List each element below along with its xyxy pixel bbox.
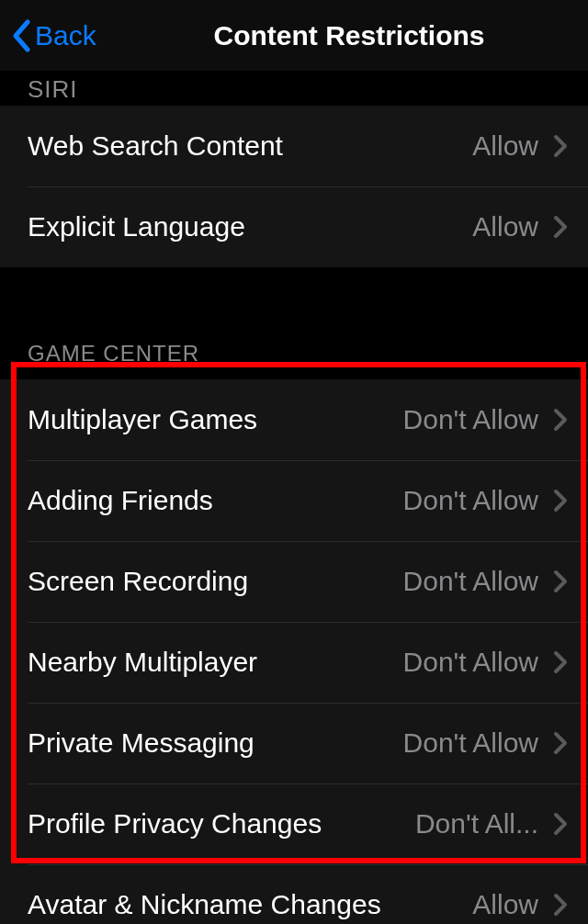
chevron-right-icon bbox=[553, 408, 568, 432]
row-label: Adding Friends bbox=[28, 485, 392, 516]
back-button[interactable]: Back bbox=[0, 19, 96, 52]
chevron-right-icon bbox=[553, 489, 568, 513]
row-label: Multiplayer Games bbox=[28, 404, 392, 435]
row-label: Private Messaging bbox=[28, 727, 392, 759]
row-avatar-nickname-changes[interactable]: Avatar & Nickname Changes Allow bbox=[0, 864, 588, 924]
row-label: Screen Recording bbox=[28, 566, 392, 597]
back-label: Back bbox=[35, 20, 96, 51]
chevron-right-icon bbox=[553, 650, 568, 674]
row-value: Allow bbox=[472, 889, 538, 920]
row-value: Allow bbox=[472, 211, 538, 242]
row-profile-privacy-changes[interactable]: Profile Privacy Changes Don't All... bbox=[0, 783, 588, 864]
row-label: Explicit Language bbox=[28, 211, 461, 242]
row-screen-recording[interactable]: Screen Recording Don't Allow bbox=[0, 541, 588, 622]
row-multiplayer-games[interactable]: Multiplayer Games Don't Allow bbox=[0, 379, 588, 460]
section-header-siri: SIRI bbox=[0, 71, 588, 106]
row-value: Allow bbox=[472, 130, 538, 162]
chevron-right-icon bbox=[553, 812, 568, 836]
chevron-right-icon bbox=[553, 731, 568, 755]
chevron-right-icon bbox=[553, 893, 568, 917]
section-header-game-center: GAME CENTER bbox=[0, 267, 588, 379]
siri-group: Web Search Content Allow Explicit Langua… bbox=[0, 106, 588, 267]
navigation-bar: Back Content Restrictions bbox=[0, 0, 588, 71]
row-explicit-language[interactable]: Explicit Language Allow bbox=[0, 186, 588, 267]
row-value: Don't Allow bbox=[403, 647, 538, 678]
row-value: Don't Allow bbox=[403, 727, 538, 759]
chevron-right-icon bbox=[553, 569, 568, 593]
row-label: Nearby Multiplayer bbox=[28, 647, 392, 678]
row-private-messaging[interactable]: Private Messaging Don't Allow bbox=[0, 703, 588, 783]
row-value: Don't Allow bbox=[403, 485, 538, 516]
row-label: Web Search Content bbox=[28, 130, 461, 162]
row-value: Don't All... bbox=[415, 808, 538, 839]
row-adding-friends[interactable]: Adding Friends Don't Allow bbox=[0, 460, 588, 541]
row-value: Don't Allow bbox=[403, 404, 538, 435]
chevron-left-icon bbox=[11, 19, 31, 52]
chevron-right-icon bbox=[553, 134, 568, 158]
row-label: Avatar & Nickname Changes bbox=[28, 889, 461, 920]
game-center-group: Multiplayer Games Don't Allow Adding Fri… bbox=[0, 379, 588, 924]
row-web-search-content[interactable]: Web Search Content Allow bbox=[0, 106, 588, 186]
row-nearby-multiplayer[interactable]: Nearby Multiplayer Don't Allow bbox=[0, 622, 588, 703]
row-value: Don't Allow bbox=[403, 566, 538, 597]
chevron-right-icon bbox=[553, 215, 568, 239]
row-label: Profile Privacy Changes bbox=[28, 808, 404, 839]
